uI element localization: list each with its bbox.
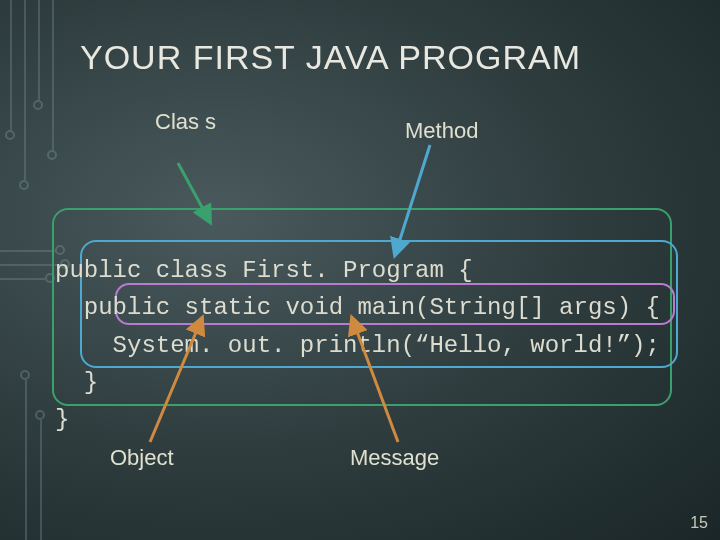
code-line: System. out. println(“Hello, world!”); bbox=[55, 332, 660, 359]
slide-title: YOUR FIRST JAVA PROGRAM bbox=[80, 38, 581, 77]
label-object: Object bbox=[110, 445, 174, 471]
circuit-decoration bbox=[5, 130, 15, 140]
circuit-decoration bbox=[0, 250, 55, 252]
circuit-decoration bbox=[35, 410, 45, 420]
circuit-decoration bbox=[52, 0, 54, 150]
circuit-decoration bbox=[20, 370, 30, 380]
label-method: Method bbox=[405, 118, 478, 144]
label-class: Clas s bbox=[155, 110, 216, 133]
label-message: Message bbox=[350, 445, 439, 471]
circuit-decoration bbox=[25, 380, 27, 540]
page-number: 15 bbox=[690, 514, 708, 532]
code-line: } bbox=[55, 406, 69, 433]
circuit-decoration bbox=[40, 420, 42, 540]
circuit-decoration bbox=[38, 0, 40, 100]
circuit-decoration bbox=[19, 180, 29, 190]
circuit-decoration bbox=[24, 0, 26, 180]
circuit-decoration bbox=[0, 278, 45, 280]
circuit-decoration bbox=[33, 100, 43, 110]
circuit-decoration bbox=[47, 150, 57, 160]
circuit-decoration bbox=[10, 0, 12, 130]
code-block: public class First. Program { public sta… bbox=[55, 215, 660, 438]
code-line: public class First. Program { bbox=[55, 257, 473, 284]
circuit-decoration bbox=[0, 264, 60, 266]
code-line: } bbox=[55, 369, 98, 396]
code-line: public static void main(String[] args) { bbox=[55, 294, 660, 321]
